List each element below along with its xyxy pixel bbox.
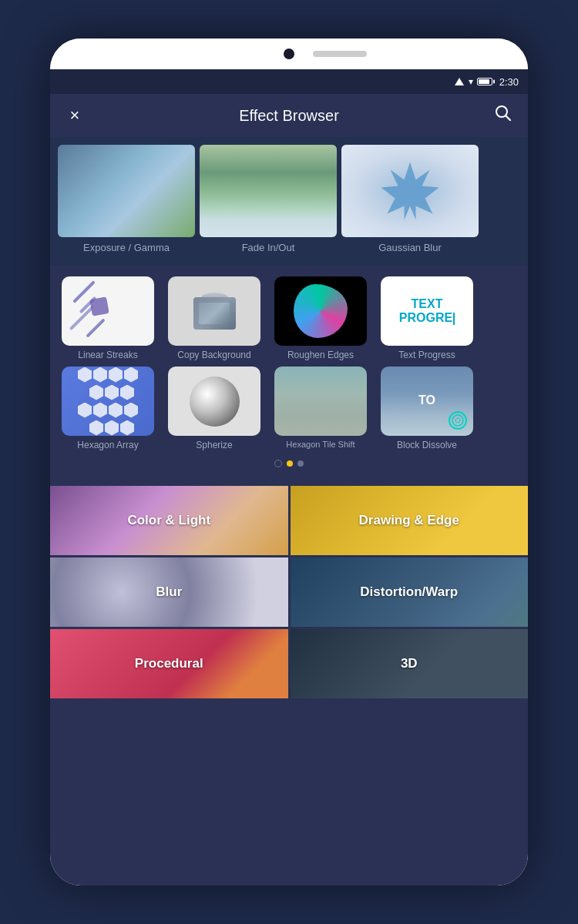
- grid-label-copy: Copy Background: [177, 350, 250, 360]
- close-button[interactable]: ×: [62, 105, 87, 126]
- grid-thumb-text: TEXT PROGRE: [381, 276, 473, 346]
- grid-thumb-hexagon: [62, 367, 154, 436]
- grid-thumb-block: TO: [381, 367, 473, 436]
- grid-thumb-roughen: [274, 276, 367, 346]
- featured-label-exposure: Exposure / Gamma: [83, 242, 170, 253]
- pagination-dots: [58, 457, 520, 475]
- grid-label-text: Text Progress: [398, 350, 455, 360]
- category-item-distortion[interactable]: Distortion/Warp: [291, 557, 529, 627]
- featured-thumb-gaussian: [341, 145, 479, 237]
- grid-item-hexagon[interactable]: Hexagon Array: [58, 367, 158, 450]
- status-icons: ▾ 2:30: [455, 76, 519, 88]
- category-item-procedural[interactable]: Procedural: [50, 629, 288, 698]
- phone-frame: ▾ 2:30 × Effect Browser: [50, 38, 528, 886]
- featured-thumb-exposure: [58, 145, 195, 237]
- svg-line-1: [506, 116, 511, 121]
- grid-thumb-linear: [62, 276, 154, 346]
- grid-thumb-spherize: [168, 367, 260, 436]
- featured-label-gaussian: Gaussian Blur: [378, 242, 442, 253]
- page-title: Effect Browser: [87, 107, 491, 125]
- grid-item-linear[interactable]: Linear Streaks: [58, 276, 158, 360]
- text-progress-label2: PROGRE: [399, 311, 455, 325]
- grid-item-copy[interactable]: Copy Background: [164, 276, 264, 360]
- category-item-blur[interactable]: Blur: [50, 557, 288, 627]
- phone-speaker: [313, 51, 367, 57]
- grid-item-spherize[interactable]: Spherize: [164, 367, 264, 450]
- category-label-color-light: Color & Light: [127, 513, 210, 528]
- category-item-drawing[interactable]: Drawing & Edge: [291, 486, 529, 555]
- grid-label-hexagon: Hexagon Array: [77, 440, 138, 450]
- sphere-shape: [190, 377, 240, 427]
- category-item-3d[interactable]: 3D: [291, 629, 529, 698]
- featured-item-fadein[interactable]: Fade In/Out: [200, 145, 337, 253]
- grid-label-roughen: Roughen Edges: [287, 350, 354, 360]
- grid-row-2: Hexagon Array Spherize Hex: [58, 367, 520, 450]
- dot-2[interactable]: [287, 460, 293, 467]
- dot-1[interactable]: [274, 460, 282, 467]
- screen: ▾ 2:30 × Effect Browser: [50, 69, 528, 886]
- grid-item-roughen[interactable]: Roughen Edges: [271, 276, 371, 360]
- grid-thumb-hextile: [274, 367, 367, 436]
- grid-label-hextile: Hexagon Tile Shift: [286, 440, 355, 449]
- text-progress-label1: TEXT: [412, 297, 443, 311]
- grid-thumb-copy: [168, 276, 260, 346]
- phone-camera: [284, 49, 294, 59]
- status-bar: ▾ 2:30: [50, 69, 528, 94]
- status-time: 2:30: [499, 76, 519, 88]
- category-grid: Color & Light Drawing & Edge Blur Distor…: [50, 486, 528, 698]
- dot-3[interactable]: [297, 460, 304, 467]
- grid-row-1: Linear Streaks Copy Background: [58, 276, 520, 360]
- category-label-drawing: Drawing & Edge: [359, 513, 459, 528]
- category-label-procedural: Procedural: [135, 656, 203, 671]
- svg-marker-2: [381, 162, 439, 220]
- featured-item-gaussian[interactable]: Gaussian Blur: [341, 145, 479, 253]
- category-item-color-light[interactable]: Color & Light: [50, 486, 288, 555]
- grid-label-linear: Linear Streaks: [78, 350, 137, 360]
- signal-icon: [455, 78, 464, 85]
- category-label-blur: Blur: [156, 584, 182, 600]
- category-label-distortion: Distortion/Warp: [360, 584, 458, 600]
- featured-item-exposure[interactable]: Exposure / Gamma: [58, 145, 195, 253]
- spiral-icon: [447, 410, 469, 431]
- featured-label-fadein: Fade In/Out: [242, 242, 295, 253]
- svg-point-5: [455, 418, 460, 423]
- featured-section: Exposure / Gamma Fade In/Out: [50, 137, 528, 266]
- category-label-3d: 3D: [401, 656, 418, 671]
- toolbar: × Effect Browser: [50, 94, 528, 137]
- grid-label-block: Block Dissolve: [397, 440, 457, 450]
- search-button[interactable]: [491, 105, 516, 126]
- grid-item-block[interactable]: TO Block Dissolve: [377, 367, 477, 450]
- battery-icon: [477, 78, 492, 85]
- copy-device: [193, 297, 236, 330]
- featured-thumb-fadein: [200, 145, 337, 237]
- grid-item-text[interactable]: TEXT PROGRE Text Progress: [377, 276, 477, 360]
- grid-section-1: Linear Streaks Copy Background: [50, 266, 528, 486]
- grid-item-hextile[interactable]: Hexagon Tile Shift: [271, 367, 371, 450]
- featured-scroll: Exposure / Gamma Fade In/Out: [50, 145, 528, 253]
- roughen-circle: [294, 284, 348, 338]
- svg-point-4: [452, 415, 463, 426]
- phone-top-bar: [50, 38, 528, 69]
- grid-label-spherize: Spherize: [196, 440, 232, 450]
- wifi-icon: ▾: [469, 76, 473, 87]
